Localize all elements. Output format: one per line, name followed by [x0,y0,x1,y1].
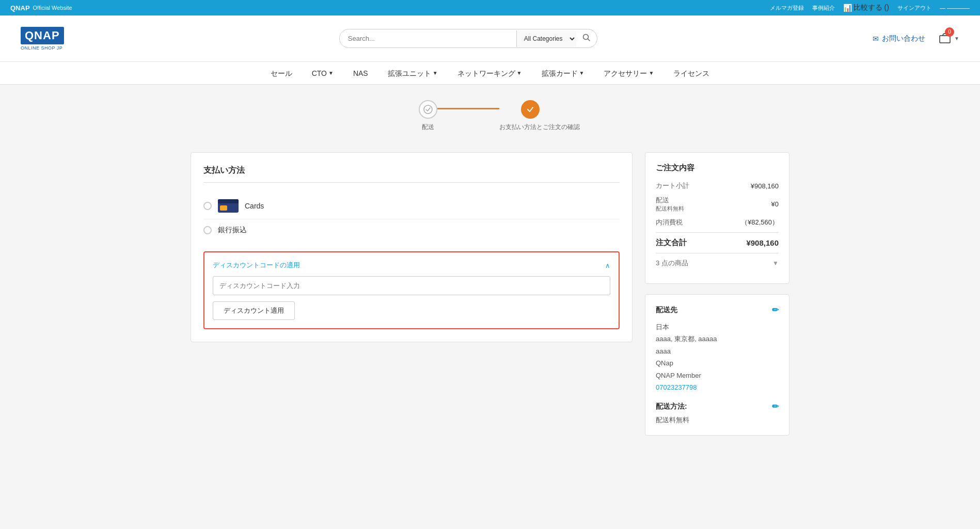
top-bar-nav: メルマガ登録 事例紹介 📊 比較する () サインアウト — ———— [770,3,970,12]
shipping-section: 配送先 ✏ 日本 aaaa, 東京都, aaaaa aaaa QNap QNAP… [645,294,789,436]
accessories-chevron-icon: ▼ [649,62,654,85]
search-input[interactable] [340,30,516,46]
shipping-phone: 07023237798 [656,381,779,393]
order-summary: ご注文内容 カート小計 ¥908,160 配送 配送料無料 ¥0 内消費税 [645,152,789,284]
shipping-method-title-label: 配送方法: [656,402,687,411]
step-2-circle [521,100,540,119]
items-chevron-icon: ▼ [772,260,779,267]
payment-section-title: 支払い方法 [203,165,620,183]
progress-steps: 配送 お支払い方法とご注文の確認 [191,100,789,132]
shipping-label: 配送 [656,196,684,205]
signout-link[interactable]: サインアウト [897,4,931,12]
tax-value: （¥82,560） [741,218,779,227]
header: QNAP ONLINE SHOP JP All Categories ✉ お問い… [0,15,980,62]
tax-row: 内消費税 （¥82,560） [656,218,779,227]
content-layout: 支払い方法 Cards 銀行振込 ディスカウントコードの適用 ∧ [191,152,789,436]
top-bar-official-text: Official Website [33,5,72,11]
cart-button[interactable]: 0 ▼ [938,31,959,46]
nav-networking[interactable]: ネットワーキング ▼ [455,62,524,85]
expansion-card-chevron-icon: ▼ [579,62,584,85]
step-1-circle [419,100,437,119]
header-search: All Categories [339,29,597,48]
main-inner: 配送 お支払い方法とご注文の確認 支払い方法 [180,100,800,436]
shipping-country: 日本 [656,321,779,333]
content-sidebar: ご注文内容 カート小計 ¥908,160 配送 配送料無料 ¥0 内消費税 [645,152,789,436]
shipping-company: QNAP Member [656,370,779,381]
cards-radio[interactable] [203,202,212,210]
bank-label: 銀行振込 [218,226,247,235]
case-study-link[interactable]: 事例紹介 [812,4,835,12]
step-2-label: お支払い方法とご注文の確認 [499,123,561,132]
check-icon-step1 [423,105,433,114]
top-bar-extra: — ———— [940,5,970,11]
cards-payment-option[interactable]: Cards [203,193,620,219]
shipping-row: 配送 配送料無料 ¥0 [656,196,779,213]
cart-chevron: ▼ [954,36,959,41]
logo-text[interactable]: QNAP [21,27,64,44]
cart-badge: 0 [945,27,954,37]
discount-apply-button[interactable]: ディスカウント適用 [213,301,295,320]
email-icon: ✉ [873,35,879,43]
shipping-address1: aaaa, 東京都, aaaaa [656,333,779,345]
contact-button[interactable]: ✉ お問い合わせ [873,34,925,43]
cto-chevron-icon: ▼ [328,62,334,85]
nav-accessories[interactable]: アクセサリー ▼ [602,62,656,85]
logo-subtitle: ONLINE SHOP JP [21,45,64,51]
total-label: 注文合計 [656,238,687,248]
top-bar-logo: QNAP Official Website [10,4,72,12]
content-main: 支払い方法 Cards 銀行振込 ディスカウントコードの適用 ∧ [191,152,633,342]
discount-section: ディスカウントコードの適用 ∧ ディスカウント適用 [203,251,620,329]
cart-subtotal-label: カート小計 [656,181,689,190]
nav-license[interactable]: ライセンス [671,62,712,85]
shipping-dest-title: 配送先 ✏ [656,305,779,315]
items-label: 3 点の商品 [656,259,688,268]
shipping-address2: aaaa [656,345,779,357]
shipping-name: QNap [656,357,779,369]
shipping-method-edit-icon[interactable]: ✏ [772,402,779,411]
top-bar: QNAP Official Website メルマガ登録 事例紹介 📊 比較する… [0,0,980,15]
header-right: ✉ お問い合わせ 0 ▼ [873,31,959,46]
search-icon [582,34,591,42]
tax-label: 内消費税 [656,218,683,227]
networking-chevron-icon: ▼ [517,62,522,85]
shipping-method-section: 配送方法: ✏ [656,402,779,411]
discount-header-label: ディスカウントコードの適用 [213,261,300,270]
card-icon [218,199,239,213]
total-row: 注文合計 ¥908,160 [656,232,779,248]
svg-line-1 [588,39,590,41]
cards-label: Cards [245,202,264,210]
step-1: 配送 [419,100,437,132]
step-2: お支払い方法とご注文の確認 [499,100,561,132]
nav-cto[interactable]: CTO ▼ [310,62,336,85]
discount-input[interactable] [213,276,610,295]
discount-header[interactable]: ディスカウントコードの適用 ∧ [213,261,610,270]
bank-radio[interactable] [203,226,212,234]
shipping-value: ¥0 [771,200,779,208]
chart-icon: 📊 [843,4,852,12]
summary-title: ご注文内容 [656,163,779,173]
main-content: 配送 お支払い方法とご注文の確認 支払い方法 [0,85,980,524]
category-select[interactable]: All Categories [516,30,576,47]
nav-sale[interactable]: セール [268,62,294,85]
compare-link[interactable]: 📊 比較する () [843,3,889,12]
nav-nas[interactable]: NAS [351,62,370,85]
nav-expansion-card[interactable]: 拡張カード ▼ [540,62,587,85]
items-row[interactable]: 3 点の商品 ▼ [656,253,779,273]
discount-toggle-icon: ∧ [605,262,610,269]
step-1-label: 配送 [422,123,434,132]
top-bar-qnap-text: QNAP [10,4,30,12]
svg-point-3 [424,105,432,114]
cart-subtotal-value: ¥908,160 [751,182,779,190]
expansion-unit-chevron-icon: ▼ [433,62,438,85]
nav-expansion-unit[interactable]: 拡張ユニット ▼ [386,62,440,85]
bank-payment-option[interactable]: 銀行振込 [203,219,620,241]
header-logo: QNAP ONLINE SHOP JP [21,27,64,51]
search-button[interactable] [576,29,597,47]
free-shipping-label: 配送料無料 [656,205,684,213]
search-wrap: All Categories [339,29,597,48]
cart-subtotal-row: カート小計 ¥908,160 [656,181,779,190]
shipping-dest-edit-icon[interactable]: ✏ [772,305,779,315]
nav-bar: セール CTO ▼ NAS 拡張ユニット ▼ ネットワーキング ▼ 拡張カード … [0,62,980,85]
newsletter-link[interactable]: メルマガ登録 [770,4,804,12]
check-icon-step2 [526,105,535,114]
